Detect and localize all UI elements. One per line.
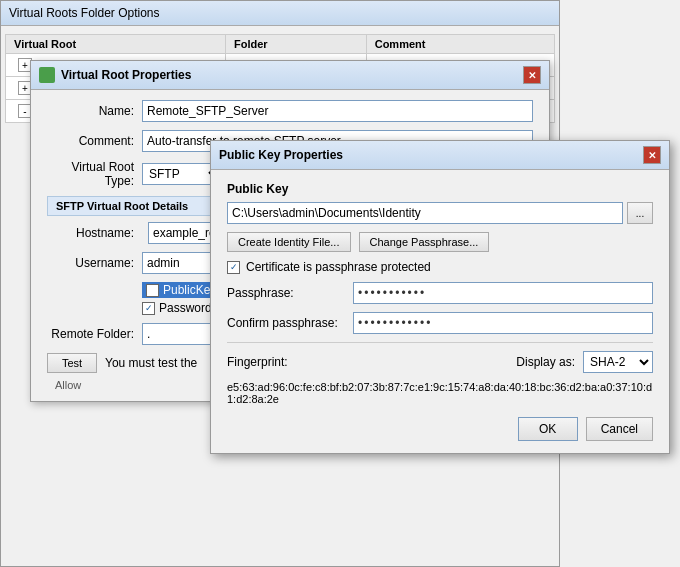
publickey-label: PublicKey [163,283,216,297]
confirm-passphrase-input[interactable] [353,312,653,334]
remote-folder-label: Remote Folder: [47,327,142,341]
passphrase-label: Passphrase: [227,286,347,300]
pkp-divider [227,342,653,343]
confirm-passphrase-row: Confirm passphrase: [227,312,653,334]
pkp-title: Public Key Properties [219,148,343,162]
outer-title: Virtual Roots Folder Options [9,6,160,20]
certificate-label: Certificate is passphrase protected [246,260,431,274]
username-label: Username: [47,256,142,270]
comment-label: Comment: [47,134,142,148]
publickey-checkbox[interactable] [146,284,159,297]
name-row: Name: [47,100,533,122]
pkp-dialog: Public Key Properties ✕ Public Key ... C… [210,140,670,454]
hostname-label: Hostname: [47,226,142,240]
outer-titlebar: Virtual Roots Folder Options [1,1,559,26]
vrp-icon [39,67,55,83]
auth-password-option[interactable]: Password [142,301,220,315]
vrtype-label: Virtual Root Type: [47,160,142,188]
pkp-path-input[interactable] [227,202,623,224]
certificate-checkbox[interactable] [227,261,240,274]
pkp-btn-row: Create Identity File... Change Passphras… [227,232,653,252]
auth-label [47,282,142,315]
create-identity-button[interactable]: Create Identity File... [227,232,351,252]
col-virtual-root: Virtual Root [6,35,226,54]
cancel-button[interactable]: Cancel [586,417,653,441]
col-folder: Folder [225,35,366,54]
display-as-label: Display as: [516,355,575,369]
change-passphrase-button[interactable]: Change Passphrase... [359,232,490,252]
col-comment: Comment [366,35,554,54]
pkp-section-label: Public Key [227,182,653,196]
ok-button[interactable]: OK [518,417,578,441]
pkp-path-row: ... [227,202,653,224]
auth-publickey-option[interactable]: PublicKey [142,282,220,298]
pkp-ok-row: OK Cancel [227,417,653,441]
name-label: Name: [47,104,142,118]
certificate-checkbox-row: Certificate is passphrase protected [227,260,653,274]
fingerprint-row: Fingerprint: Display as: SHA-2 MD5 [227,351,653,373]
browse-button[interactable]: ... [627,202,653,224]
vrp-title: Virtual Root Properties [61,68,191,82]
fingerprint-label: Fingerprint: [227,355,288,369]
vrp-close-button[interactable]: ✕ [523,66,541,84]
password-label: Password [159,301,212,315]
vrp-titlebar: Virtual Root Properties ✕ [31,61,549,90]
fingerprint-value: e5:63:ad:96:0c:fe:c8:bf:b2:07:3b:87:7c:e… [227,379,653,407]
pkp-close-button[interactable]: ✕ [643,146,661,164]
test-button[interactable]: Test [47,353,97,373]
auth-options: PublicKey Password [142,282,220,315]
confirm-passphrase-label: Confirm passphrase: [227,316,347,330]
display-as-select[interactable]: SHA-2 MD5 [583,351,653,373]
password-checkbox[interactable] [142,302,155,315]
name-input[interactable] [142,100,533,122]
passphrase-row: Passphrase: [227,282,653,304]
test-note: You must test the [105,356,197,370]
pkp-titlebar: Public Key Properties ✕ [211,141,669,170]
passphrase-input[interactable] [353,282,653,304]
